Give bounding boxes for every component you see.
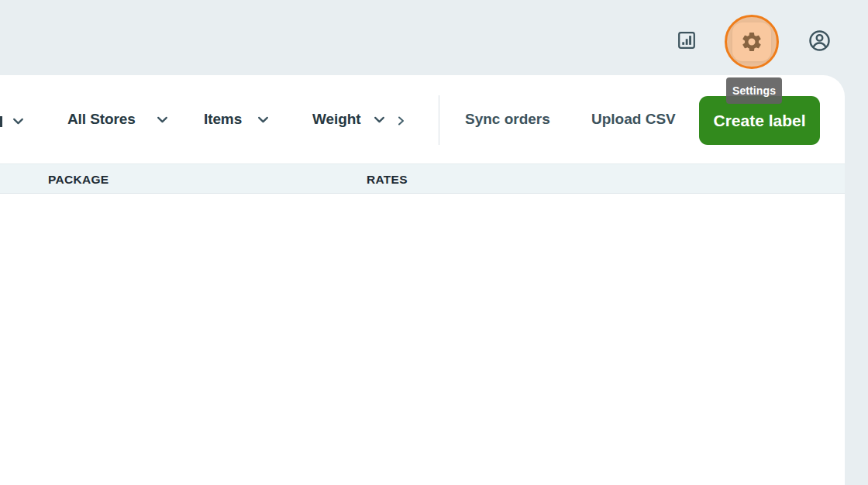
filter-label: Items (204, 111, 242, 128)
account-button[interactable] (808, 29, 832, 53)
clipped-filter-fragment (0, 116, 2, 127)
filter-label: Weight (312, 111, 360, 128)
toolbar-divider (439, 95, 439, 145)
settings-tooltip: Settings (726, 77, 782, 104)
filters-toolbar: All Stores Items Weight Sync orders (0, 75, 845, 163)
chevron-right-icon (394, 115, 407, 127)
filter-weight[interactable]: Weight (312, 75, 386, 163)
user-circle-icon (808, 29, 832, 53)
filter-dropdown-collapsed[interactable] (12, 109, 25, 132)
upload-csv-button[interactable]: Upload CSV (591, 75, 676, 163)
action-label: Upload CSV (591, 111, 676, 128)
chevron-down-icon (257, 113, 270, 126)
column-header-package: PACKAGE (48, 173, 108, 187)
topbar: Settings (0, 0, 868, 75)
settings-button[interactable] (740, 30, 763, 53)
chevron-down-icon (373, 113, 386, 126)
sync-orders-button[interactable]: Sync orders (465, 75, 550, 163)
filter-label: All Stores (67, 111, 136, 128)
column-header-rates: RATES (367, 173, 408, 187)
orders-table-header: PACKAGE RATES (0, 163, 845, 194)
filter-items[interactable]: Items (204, 75, 270, 163)
orders-panel: All Stores Items Weight Sync orders (0, 75, 845, 485)
action-label: Sync orders (465, 111, 550, 128)
chevron-down-icon (12, 115, 25, 128)
bar-chart-icon (676, 29, 698, 51)
more-filters-button[interactable] (394, 109, 407, 132)
analytics-button[interactable] (676, 29, 698, 51)
filter-all-stores[interactable]: All Stores (67, 75, 169, 163)
chevron-down-icon (156, 113, 169, 126)
gear-icon (740, 30, 763, 53)
orders-table-body-empty (0, 194, 845, 485)
